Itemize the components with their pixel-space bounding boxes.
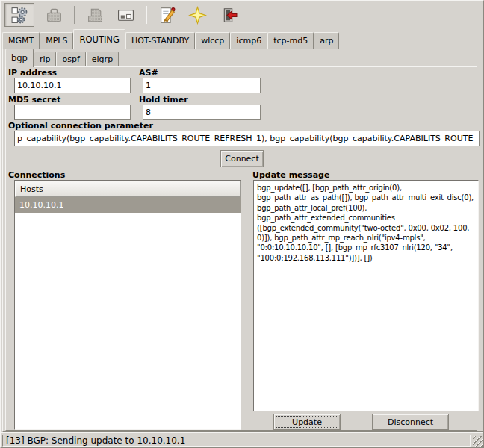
md5-secret-field[interactable] bbox=[14, 105, 131, 120]
briefcase-toolbar-button bbox=[41, 3, 66, 27]
update-message-view[interactable]: bgp_update([], [bgp_path_attr_origin(0),… bbox=[253, 180, 479, 411]
tab-rip[interactable]: rip bbox=[34, 52, 57, 66]
tab-icmp6[interactable]: icmp6 bbox=[230, 32, 267, 49]
update-message-text: bgp_update([], [bgp_path_attr_origin(0),… bbox=[254, 181, 478, 265]
connections-label: Connections bbox=[8, 170, 65, 180]
connect-button[interactable]: Connect bbox=[220, 150, 264, 167]
gears-toolbar-button[interactable] bbox=[4, 3, 34, 27]
connections-list[interactable]: Hosts 10.10.10.1 bbox=[14, 180, 241, 430]
hold-timer-label: Hold timer bbox=[139, 95, 188, 105]
ip-address-label: IP address bbox=[8, 68, 57, 78]
as-number-label: AS# bbox=[139, 68, 158, 78]
printer-toolbar-button bbox=[82, 3, 108, 27]
as-number-field[interactable] bbox=[143, 78, 261, 93]
exit-toolbar-button[interactable] bbox=[215, 3, 241, 27]
toolbar bbox=[1, 1, 483, 29]
printer-icon bbox=[86, 6, 105, 25]
tab-routing[interactable]: ROUTING bbox=[73, 29, 125, 49]
tab-tcp-md5[interactable]: tcp-md5 bbox=[267, 32, 314, 49]
tab-hot-standby[interactable]: HOT-STANDBY bbox=[125, 32, 195, 49]
status-bar: [13] BGP: Sending update to 10.10.10.1 bbox=[1, 432, 484, 448]
star-icon bbox=[188, 6, 207, 25]
optional-parameter-label: Optional connection parameter bbox=[8, 121, 153, 131]
tab-mpls[interactable]: MPLS bbox=[40, 32, 73, 49]
status-message: [13] BGP: Sending update to 10.10.10.1 bbox=[2, 435, 471, 447]
tab-eigrp[interactable]: eigrp bbox=[86, 52, 119, 66]
md5-secret-label: MD5 secret bbox=[8, 95, 60, 105]
hosts-column-header[interactable]: Hosts bbox=[15, 181, 241, 197]
update-button[interactable]: Update bbox=[273, 414, 341, 430]
toolbar-separator bbox=[146, 6, 147, 24]
tab-ospf[interactable]: ospf bbox=[56, 52, 85, 66]
star-toolbar-button[interactable] bbox=[184, 3, 210, 27]
panels-toolbar-button[interactable] bbox=[113, 3, 138, 27]
tab-arp[interactable]: arp bbox=[314, 32, 339, 49]
ip-address-field[interactable] bbox=[14, 78, 131, 93]
toolbar-separator bbox=[74, 6, 75, 24]
update-message-label: Update message bbox=[252, 170, 329, 180]
tab-wlccp[interactable]: wlccp bbox=[195, 32, 230, 49]
host-row[interactable]: 10.10.10.1 bbox=[15, 197, 241, 213]
routing-protocol-tab-bar: bgp rip ospf eigrp bbox=[5, 49, 119, 67]
hold-timer-field[interactable] bbox=[143, 105, 261, 120]
optional-parameter-field[interactable] bbox=[14, 131, 480, 146]
resize-grip-icon[interactable] bbox=[473, 436, 483, 447]
disconnect-button[interactable]: Disconnect bbox=[372, 414, 449, 430]
tab-mgmt[interactable]: MGMT bbox=[2, 32, 40, 49]
yersinia-window: MGMT MPLS ROUTING HOT-STANDBY wlccp icmp… bbox=[0, 0, 484, 448]
main-tab-bar: MGMT MPLS ROUTING HOT-STANDBY wlccp icmp… bbox=[2, 29, 339, 49]
panels-icon bbox=[117, 6, 135, 25]
exit-icon bbox=[219, 6, 238, 25]
tab-bgp[interactable]: bgp bbox=[5, 49, 34, 67]
gears-icon bbox=[10, 6, 29, 25]
edit-document-icon bbox=[158, 6, 176, 25]
briefcase-icon bbox=[45, 6, 63, 25]
edit-toolbar-button[interactable] bbox=[154, 3, 179, 27]
